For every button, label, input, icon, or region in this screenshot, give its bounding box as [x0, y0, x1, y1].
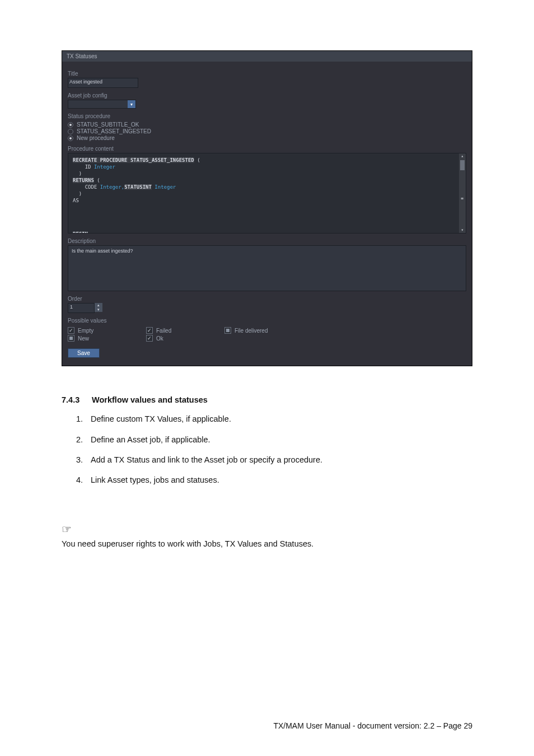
- checkbox-label: Ok: [156, 335, 163, 342]
- spinner-up-icon[interactable]: ▴: [95, 303, 102, 307]
- spinner-down-icon[interactable]: ▾: [95, 307, 102, 312]
- checkbox-label: File delivered: [235, 328, 268, 334]
- note-text: You need superuser rights to work with J…: [62, 538, 472, 549]
- checkbox-label: Empty: [78, 328, 93, 334]
- status-procedure-label: Status procedure: [68, 113, 466, 119]
- asset-job-config-label: Asset job config: [68, 92, 466, 99]
- title-label: Title: [68, 71, 466, 77]
- tx-statuses-window: TX Statuses Title Asset ingested Asset j…: [62, 50, 472, 366]
- radio-label: STATUS_SUBTITLE_OK: [77, 122, 139, 128]
- check-icon: [224, 327, 231, 334]
- procedure-content-editor[interactable]: RECREATE PROCEDURE STATUS_ASSET_INGESTED…: [68, 153, 466, 234]
- checkbox-new[interactable]: New: [68, 335, 146, 342]
- list-item: 2.Define an Asset job, if applicable.: [76, 434, 472, 445]
- scroll-down-icon[interactable]: ▾: [461, 227, 464, 233]
- radio-label: New procedure: [77, 135, 115, 141]
- section-title: Workflow values and statuses: [92, 395, 208, 404]
- check-icon: [68, 335, 74, 342]
- checkbox-label: New: [78, 335, 89, 342]
- scroll-thumb[interactable]: [460, 160, 465, 170]
- radio-status-asset-ingested[interactable]: STATUS_ASSET_INGESTED: [68, 128, 466, 134]
- asset-job-config-select[interactable]: ▾: [68, 100, 136, 109]
- save-button[interactable]: Save: [68, 348, 100, 358]
- section-heading: 7.4.3 Workflow values and statuses: [62, 394, 472, 405]
- radio-label: STATUS_ASSET_INGESTED: [77, 128, 151, 134]
- description-input[interactable]: Is the main asset ingested?: [68, 245, 466, 291]
- checkbox-file-delivered[interactable]: File delivered: [224, 327, 303, 334]
- procedure-content-label: Procedure content: [68, 146, 466, 152]
- order-value[interactable]: 1: [68, 303, 95, 313]
- section-number: 7.4.3: [62, 394, 90, 405]
- radio-status-subtitle-ok[interactable]: STATUS_SUBTITLE_OK: [68, 122, 466, 128]
- radio-icon: [68, 122, 73, 128]
- title-input[interactable]: Asset ingested: [68, 78, 138, 88]
- description-label: Description: [68, 238, 466, 244]
- check-icon: ✓: [146, 335, 153, 342]
- checkbox-failed[interactable]: ✓ Failed: [146, 327, 224, 334]
- radio-icon: [68, 129, 73, 134]
- radio-new-procedure[interactable]: New procedure: [68, 135, 466, 141]
- list-item: 3.Add a TX Status and link to the Asset …: [76, 454, 472, 465]
- list-item: 4.Link Asset types, jobs and statuses.: [76, 474, 472, 486]
- scroll-grip-icon: ≡: [461, 196, 464, 202]
- order-label: Order: [68, 296, 466, 302]
- check-icon: ✓: [146, 327, 153, 334]
- page-footer: TX/MAM User Manual - document version: 2…: [273, 721, 472, 730]
- checkbox-ok[interactable]: ✓ Ok: [146, 335, 224, 342]
- radio-icon: [68, 136, 73, 141]
- scrollbar[interactable]: ▴ ≡ ▾: [459, 153, 466, 233]
- possible-values-label: Possible values: [68, 318, 466, 324]
- check-icon: ✓: [68, 327, 74, 334]
- list-item: 1.Define custom TX Values, if applicable…: [76, 413, 472, 424]
- checkbox-label: Failed: [156, 328, 171, 334]
- note-icon: ☞: [62, 521, 472, 537]
- chevron-down-icon[interactable]: ▾: [128, 100, 135, 108]
- order-spinner[interactable]: 1 ▴ ▾: [68, 303, 466, 313]
- scroll-up-icon[interactable]: ▴: [461, 153, 464, 159]
- window-title: TX Statuses: [62, 51, 472, 62]
- checkbox-empty[interactable]: ✓ Empty: [68, 327, 146, 334]
